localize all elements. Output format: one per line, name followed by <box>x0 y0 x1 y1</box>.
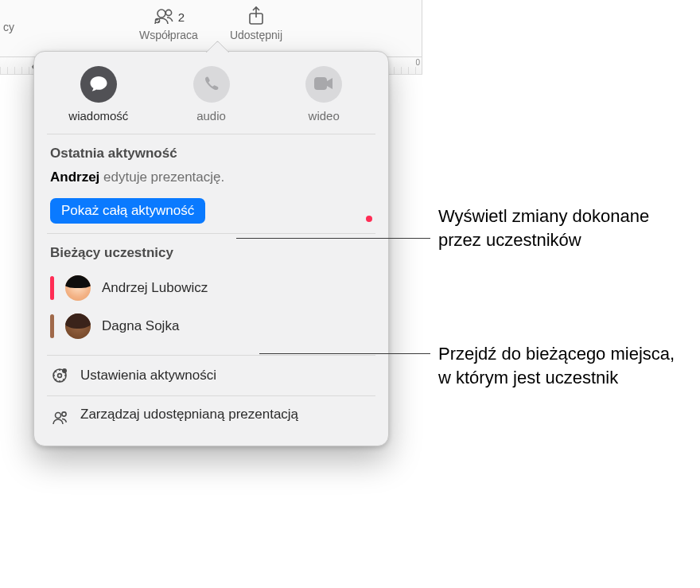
svg-point-8 <box>56 413 61 419</box>
presence-bar-icon <box>50 276 54 300</box>
manage-share-icon <box>50 408 69 427</box>
svg-point-7 <box>62 368 67 373</box>
svg-rect-4 <box>314 77 327 90</box>
activity-line: Andrzej edytuje prezentację. <box>50 169 372 185</box>
collaborate-icon <box>153 7 175 27</box>
avatar <box>65 275 91 301</box>
participants-heading: Bieżący uczestnicy <box>50 245 372 261</box>
action-audio-label: audio <box>196 109 226 123</box>
ruler-end-label: 0 <box>415 58 420 67</box>
message-icon <box>89 75 108 95</box>
participant-row[interactable]: Andrzej Lubowicz <box>50 269 372 307</box>
phone-icon <box>203 75 220 95</box>
avatar <box>65 313 91 339</box>
toolbar-share-label: Udostępnij <box>230 29 282 41</box>
presence-bar-icon <box>50 314 54 338</box>
popover-action-row: wiadomość audio wideo <box>34 66 388 134</box>
menu-activity-settings-label: Ustawienia aktywności <box>80 368 216 384</box>
menu-manage-shared[interactable]: Zarządzaj udostępnianą prezentacją <box>34 396 388 438</box>
svg-point-6 <box>58 374 62 378</box>
svg-point-9 <box>62 412 66 416</box>
action-message-label: wiadomość <box>68 109 128 123</box>
toolbar-collaborate[interactable]: 2 Współpraca <box>139 5 198 41</box>
callout-show-changes: Wyświetl zmiany dokonane przez uczestnik… <box>438 204 669 251</box>
share-icon <box>247 6 265 29</box>
action-message[interactable]: wiadomość <box>45 66 152 123</box>
collab-count-badge: 2 <box>178 10 185 24</box>
activity-rest: edytuje prezentację. <box>99 169 224 185</box>
svg-point-0 <box>158 10 165 18</box>
gear-badge-icon <box>50 366 69 385</box>
participant-name: Andrzej Lubowicz <box>102 280 208 296</box>
participants-section: Bieżący uczestnicy Andrzej Lubowicz Dagn… <box>34 234 388 355</box>
action-video[interactable]: wideo <box>270 66 377 123</box>
callout-connector <box>259 353 430 354</box>
menu-manage-shared-label: Zarządzaj udostępnianą prezentacją <box>80 407 298 423</box>
action-video-label: wideo <box>309 109 340 123</box>
activity-avatar[interactable] <box>350 200 372 222</box>
presence-dot-icon <box>364 214 374 224</box>
callout-go-to-participant: Przejdź do bieżącego miejsca, w którym j… <box>438 342 677 389</box>
toolbar-share[interactable]: Udostępnij <box>230 5 282 41</box>
toolbar-collab-label: Współpraca <box>139 29 198 41</box>
truncated-toolbar-label: cy <box>0 21 14 33</box>
activity-user: Andrzej <box>50 169 99 185</box>
collaboration-popover: wiadomość audio wideo Ostatnia aktywność… <box>33 51 389 446</box>
participant-name: Dagna Sojka <box>102 318 179 334</box>
show-all-activity-button[interactable]: Pokaż całą aktywność <box>50 198 205 224</box>
video-icon <box>313 76 334 93</box>
svg-point-1 <box>165 10 171 15</box>
recent-activity-section: Ostatnia aktywność Andrzej edytuje preze… <box>34 134 388 233</box>
menu-activity-settings[interactable]: Ustawienia aktywności <box>34 356 388 395</box>
action-audio[interactable]: audio <box>158 66 265 123</box>
callout-connector <box>236 238 430 239</box>
participant-row[interactable]: Dagna Sojka <box>50 307 372 345</box>
recent-activity-heading: Ostatnia aktywność <box>50 146 372 162</box>
